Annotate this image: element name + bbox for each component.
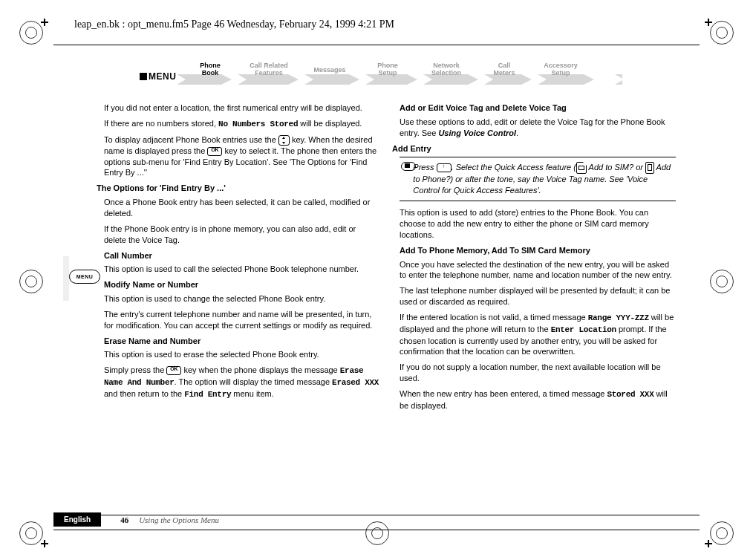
lcd-text: Stored XXX <box>607 390 653 399</box>
para: This option is used to change the select… <box>104 293 380 305</box>
crop-ring <box>19 270 43 293</box>
phone-memory-icon <box>645 162 654 174</box>
heading: Erase Name and Number <box>104 336 380 347</box>
menu-pill-icon: MENU <box>69 270 100 284</box>
para: If you did not enter a location, the fir… <box>104 102 380 114</box>
crop-mark <box>34 533 55 554</box>
ok-key-icon <box>207 147 222 156</box>
crop-mark <box>34 12 55 33</box>
heading: The Options for 'Find Entry By ...' <box>97 183 380 194</box>
page: leap_en.bk : opt_menu.fm5 Page 46 Wednes… <box>0 0 753 560</box>
para: When the new entry has been entered, a t… <box>400 388 676 411</box>
para: To display adjacent Phone Book entries u… <box>104 134 380 179</box>
sim-icon <box>576 162 587 174</box>
tab-accessory: Accessory Setup <box>538 62 584 85</box>
quick-access-icon <box>401 162 407 171</box>
tab-phone-setup: Phone Setup <box>367 62 408 85</box>
para: Once a Phone Book entry has been selecte… <box>104 197 380 219</box>
top-rule <box>53 45 700 45</box>
menu-marker: MENU <box>140 71 176 82</box>
menu-label: MENU <box>149 71 176 82</box>
para: This option is used to call the selected… <box>104 264 380 275</box>
quick-access-note: Press . Select the Quick Access feature … <box>400 157 676 201</box>
right-column: Add or Edit Voice Tag and Delete Voice T… <box>400 102 676 416</box>
heading: Add or Edit Voice Tag and Delete Voice T… <box>400 102 676 114</box>
para: The last telephone number displayed will… <box>400 285 676 307</box>
para: Once you have selected the destination o… <box>400 259 676 281</box>
language-tab: English <box>53 512 101 527</box>
para: If there are no numbers stored, No Numbe… <box>104 118 380 130</box>
para: This option is used to erase the selecte… <box>104 349 380 360</box>
body-columns: If you did not enter a location, the fir… <box>104 102 676 416</box>
tab-call-related: Call Related Features <box>242 62 296 85</box>
para: This option is used to add (store) entri… <box>400 207 676 241</box>
lcd-text: Range YYY-ZZZ <box>588 313 649 322</box>
page-number: 46 <box>120 515 128 524</box>
heading: Add Entry <box>392 143 676 154</box>
bottom-rule <box>53 530 700 530</box>
lcd-text: Find Entry <box>184 390 231 399</box>
para: If you do not supply a location number, … <box>400 362 676 384</box>
running-header: leap_en.bk : opt_menu.fm5 Page 46 Wednes… <box>74 18 394 31</box>
para: If the Phone Book entry is in phone memo… <box>104 224 380 246</box>
menu-square-icon <box>140 73 147 80</box>
heading: Call Number <box>104 250 380 261</box>
crop-mark <box>698 533 719 554</box>
lcd-text: No Numbers Stored <box>218 120 298 128</box>
lcd-text: Enter Location <box>551 325 616 334</box>
crop-mark <box>698 12 719 33</box>
para: Use these options to add, edit or delete… <box>400 117 676 139</box>
up-key-icon <box>437 163 452 172</box>
lcd-text: Erased XXX <box>332 378 379 387</box>
para: If the entered location is not valid, a … <box>400 312 676 357</box>
tab-network: Network Selection <box>423 62 469 85</box>
menu-tabs: MENU Phone Book Call Related Features <box>140 58 630 94</box>
section-title: Using the Options Menu <box>139 515 219 524</box>
heading: Add To Phone Memory, Add To SIM Card Mem… <box>400 245 676 256</box>
heading: Modify Name or Number <box>104 279 380 290</box>
tab-call-meters: Call Meters <box>486 62 523 85</box>
ok-key-icon <box>166 366 181 375</box>
tab-messages: Messages <box>307 66 352 90</box>
para: Simply press the key when the phone disp… <box>104 365 380 400</box>
left-column: If you did not enter a location, the fir… <box>104 102 380 416</box>
para: The entry's current telephone number and… <box>104 309 380 331</box>
scroll-key-icon <box>278 135 290 146</box>
footer: English 46 Using the Options Menu <box>53 512 219 527</box>
tab-phone-book: Phone Book <box>189 62 232 85</box>
side-plate <box>63 256 69 301</box>
crop-ring <box>365 521 389 545</box>
crop-ring <box>710 270 734 293</box>
note-text: Press . Select the Quick Access feature … <box>413 162 674 196</box>
